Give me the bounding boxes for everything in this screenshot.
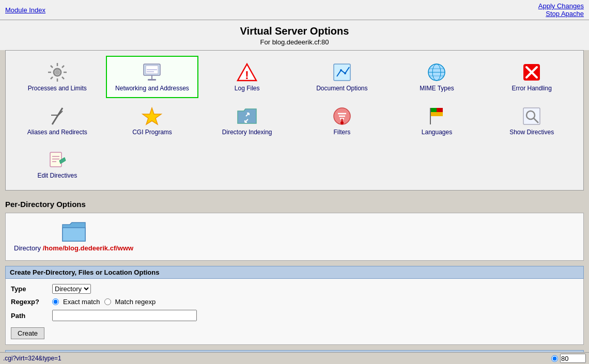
icon-item-document-options[interactable]: Document Options bbox=[296, 56, 389, 98]
section-title-per-directory: Per-Directory Options bbox=[0, 196, 589, 213]
svg-rect-32 bbox=[430, 112, 443, 116]
svg-point-27 bbox=[340, 121, 344, 124]
per-directory-panel: Directory /home/blog.dedeerik.cf/www bbox=[5, 213, 584, 261]
port-radio[interactable] bbox=[551, 355, 558, 362]
regexp-exact-label: Exact match bbox=[63, 298, 100, 306]
edit-directives-label: Edit Directives bbox=[37, 172, 77, 179]
languages-icon bbox=[426, 106, 447, 126]
path-input[interactable] bbox=[52, 310, 197, 321]
icon-item-networking-addresses[interactable]: Networking and Addresses bbox=[106, 56, 199, 98]
show-directives-icon bbox=[521, 106, 542, 126]
cgi-programs-icon bbox=[142, 106, 162, 126]
aliases-redirects-label: Aliases and Redirects bbox=[27, 129, 87, 136]
status-url: .cgi?virt=324&type=1 bbox=[3, 355, 61, 362]
type-label: Type bbox=[11, 285, 52, 293]
svg-rect-31 bbox=[437, 108, 443, 112]
top-bar-actions: Apply Changes Stop Apache bbox=[538, 2, 584, 18]
directory-label: Directory /home/blog.dedeerik.cf/www bbox=[14, 244, 133, 252]
icon-item-processes-limits[interactable]: Processes and Limits bbox=[11, 56, 104, 98]
type-select[interactable]: DirectoryFilesLocation bbox=[52, 284, 91, 294]
regexp-match-radio[interactable] bbox=[104, 298, 111, 305]
icon-item-directory-indexing[interactable]: Directory Indexing bbox=[200, 100, 293, 141]
icon-item-languages[interactable]: Languages bbox=[391, 100, 484, 141]
edit-directives-icon bbox=[47, 149, 68, 170]
icon-item-filters[interactable]: Filters bbox=[296, 100, 389, 141]
stop-apache-link[interactable]: Stop Apache bbox=[538, 10, 584, 18]
status-right bbox=[551, 354, 586, 363]
show-directives-label: Show Directives bbox=[509, 129, 554, 136]
directory-indexing-icon bbox=[237, 106, 257, 126]
svg-point-11 bbox=[340, 69, 342, 71]
create-form-header: Create Per-Directory, Files or Location … bbox=[5, 266, 584, 279]
svg-text:!: ! bbox=[245, 69, 249, 82]
document-options-icon bbox=[332, 62, 352, 83]
icon-item-error-handling[interactable]: Error Handling bbox=[485, 56, 578, 98]
module-index-link[interactable]: Module Index bbox=[5, 6, 45, 14]
create-form: Create Per-Directory, Files or Location … bbox=[5, 266, 584, 345]
svg-point-12 bbox=[344, 72, 346, 74]
regexp-exact-radio[interactable] bbox=[52, 298, 59, 305]
directory-indexing-label: Directory Indexing bbox=[222, 129, 272, 136]
icon-grid: Processes and Limits Networking and Addr… bbox=[11, 56, 578, 185]
page-title: Virtual Server Options bbox=[0, 20, 589, 38]
status-bar: .cgi?virt=324&type=1 bbox=[0, 352, 589, 364]
path-row: Path bbox=[11, 310, 578, 321]
folder-icon bbox=[61, 221, 86, 242]
languages-label: Languages bbox=[422, 129, 452, 136]
svg-rect-5 bbox=[148, 79, 156, 81]
type-row: Type DirectoryFilesLocation bbox=[11, 284, 578, 294]
filters-icon bbox=[332, 106, 352, 126]
icon-panel: Processes and Limits Networking and Addr… bbox=[5, 50, 584, 191]
log-files-label: Log Files bbox=[235, 85, 260, 92]
processes-limits-label: Processes and Limits bbox=[28, 85, 87, 92]
svg-rect-6 bbox=[147, 69, 157, 70]
icon-item-cgi-programs[interactable]: CGI Programs bbox=[106, 100, 199, 141]
icon-item-show-directives[interactable]: Show Directives bbox=[485, 100, 578, 141]
regexp-label: Regexp? bbox=[11, 298, 52, 306]
create-form-body: Type DirectoryFilesLocation Regexp? Exac… bbox=[5, 279, 584, 345]
aliases-redirects-icon bbox=[47, 106, 68, 126]
page-subtitle: For blog.dedeerik.cf:80 bbox=[0, 38, 589, 50]
document-options-label: Document Options bbox=[316, 85, 367, 92]
processes-limits-icon bbox=[47, 62, 68, 83]
top-bar: Module Index Apply Changes Stop Apache bbox=[0, 0, 589, 20]
module-index-anchor[interactable]: Module Index bbox=[5, 6, 45, 14]
error-handling-icon bbox=[521, 62, 542, 83]
svg-rect-7 bbox=[147, 71, 154, 72]
icon-item-log-files[interactable]: ! Log Files bbox=[200, 56, 293, 98]
mime-types-label: MIME Types bbox=[420, 85, 454, 92]
svg-point-1 bbox=[55, 70, 60, 75]
svg-rect-10 bbox=[334, 64, 350, 81]
per-directory-content: Directory /home/blog.dedeerik.cf/www bbox=[6, 213, 583, 260]
networking-addresses-icon bbox=[142, 62, 162, 83]
directory-entry[interactable]: Directory /home/blog.dedeerik.cf/www bbox=[14, 221, 133, 252]
svg-rect-37 bbox=[50, 152, 61, 167]
regexp-row: Regexp? Exact match Match regexp bbox=[11, 298, 578, 306]
filters-label: Filters bbox=[333, 129, 350, 136]
log-files-icon: ! bbox=[237, 62, 257, 83]
apply-changes-link[interactable]: Apply Changes bbox=[538, 2, 584, 10]
regexp-match-label: Match regexp bbox=[115, 298, 156, 306]
create-button[interactable]: Create bbox=[11, 327, 44, 339]
mime-types-icon bbox=[426, 62, 447, 83]
svg-marker-21 bbox=[143, 108, 161, 124]
icon-item-edit-directives[interactable]: Edit Directives bbox=[11, 144, 104, 185]
icon-item-aliases-redirects[interactable]: Aliases and Redirects bbox=[11, 100, 104, 141]
port-input[interactable] bbox=[560, 354, 586, 363]
cgi-programs-label: CGI Programs bbox=[132, 129, 172, 136]
regexp-radio-group: Exact match Match regexp bbox=[52, 298, 156, 306]
icon-item-mime-types[interactable]: MIME Types bbox=[391, 56, 484, 98]
error-handling-label: Error Handling bbox=[512, 85, 551, 92]
networking-addresses-label: Networking and Addresses bbox=[115, 85, 189, 92]
svg-rect-30 bbox=[430, 108, 437, 112]
path-label: Path bbox=[11, 312, 52, 320]
